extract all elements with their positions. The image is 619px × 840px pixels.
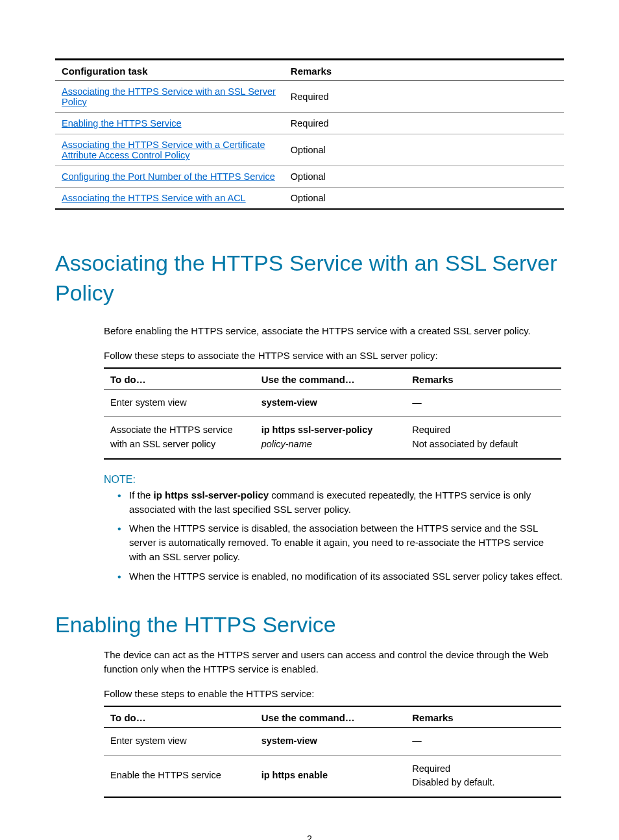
link-assoc-cert-policy[interactable]: Associating the HTTPS Service with a Cer… <box>62 140 265 160</box>
steps-intro: Follow these steps to associate the HTTP… <box>55 350 564 361</box>
cell-todo: Associate the HTTPS service with an SSL … <box>104 417 255 459</box>
cell-command: ip https enable <box>255 755 406 797</box>
table-row: Enter system view system-view — <box>104 727 561 755</box>
col-header-command: Use the command… <box>255 706 406 728</box>
table-row: Enabling the HTTPS Service Required <box>55 113 564 134</box>
heading-enable-https: Enabling the HTTPS Service <box>55 612 564 637</box>
steps-table-enable: To do… Use the command… Remarks Enter sy… <box>104 706 561 798</box>
note-item: When the HTTPS service is disabled, the … <box>117 521 564 563</box>
cell-remark: Required Not associated by default <box>406 417 561 459</box>
note-item: If the ip https ssl-server-policy comman… <box>117 488 564 517</box>
cell-todo: Enter system view <box>104 389 255 417</box>
cell-remark: Required Disabled by default. <box>406 755 561 797</box>
cell-command: ip https ssl-server-policy policy-name <box>255 417 406 459</box>
col-header-remarks: Remarks <box>406 368 561 389</box>
cell-remark: Optional <box>284 188 564 210</box>
note-item: When the HTTPS service is enabled, no mo… <box>117 569 564 584</box>
cell-todo: Enter system view <box>104 727 255 755</box>
table-row: Associating the HTTPS Service with a Cer… <box>55 134 564 166</box>
col-header-remarks: Remarks <box>406 706 561 728</box>
col-header-remarks: Remarks <box>284 60 564 81</box>
col-header-todo: To do… <box>104 368 255 389</box>
col-header-command: Use the command… <box>255 368 406 389</box>
intro-text: Before enabling the HTTPS service, assoc… <box>55 324 564 338</box>
table-row: Associating the HTTPS Service with an SS… <box>55 81 564 113</box>
cell-remark: Optional <box>284 166 564 188</box>
table-row: Configuring the Port Number of the HTTPS… <box>55 166 564 188</box>
intro-text-2: The device can act as the HTTPS server a… <box>55 648 564 676</box>
cell-remark: Required <box>284 113 564 134</box>
configuration-task-table: Configuration task Remarks Associating t… <box>55 58 564 210</box>
table-row: Associating the HTTPS Service with an AC… <box>55 188 564 210</box>
page-number: 2 <box>55 834 564 840</box>
col-header-config-task: Configuration task <box>55 60 284 81</box>
heading-assoc-ssl-policy: Associating the HTTPS Service with an SS… <box>55 249 564 308</box>
link-assoc-acl[interactable]: Associating the HTTPS Service with an AC… <box>62 193 246 203</box>
col-header-todo: To do… <box>104 706 255 728</box>
table-row: Associate the HTTPS service with an SSL … <box>104 417 561 459</box>
link-config-port[interactable]: Configuring the Port Number of the HTTPS… <box>62 171 275 182</box>
cell-command: system-view <box>255 727 406 755</box>
cell-remark: Optional <box>284 134 564 166</box>
note-label: NOTE: <box>55 474 564 486</box>
steps-table-ssl: To do… Use the command… Remarks Enter sy… <box>104 367 561 460</box>
cell-remark: — <box>406 727 561 755</box>
link-assoc-ssl-policy[interactable]: Associating the HTTPS Service with an SS… <box>62 86 276 107</box>
link-enable-https[interactable]: Enabling the HTTPS Service <box>62 118 182 129</box>
cell-remark: Required <box>284 81 564 113</box>
steps-intro-2: Follow these steps to enable the HTTPS s… <box>55 688 564 699</box>
cell-remark: — <box>406 389 561 417</box>
cell-todo: Enable the HTTPS service <box>104 755 255 797</box>
table-row: Enable the HTTPS service ip https enable… <box>104 755 561 797</box>
table-row: Enter system view system-view — <box>104 389 561 417</box>
note-list: If the ip https ssl-server-policy comman… <box>55 488 564 584</box>
cell-command: system-view <box>255 389 406 417</box>
